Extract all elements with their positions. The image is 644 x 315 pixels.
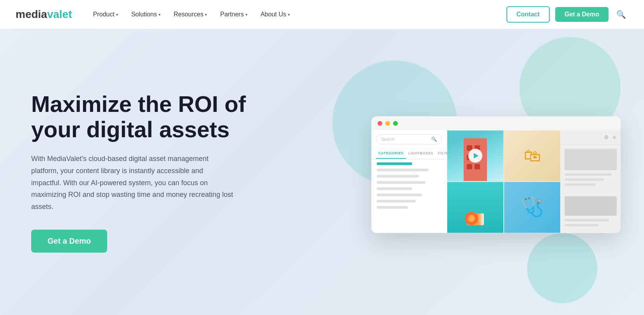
menu-icon[interactable]: ≡ bbox=[613, 134, 616, 140]
nav-item-about-us[interactable]: About Us ▾ bbox=[255, 8, 295, 21]
play-button[interactable] bbox=[468, 149, 482, 163]
contact-button[interactable]: Contact bbox=[506, 6, 550, 23]
beach-chair bbox=[467, 213, 484, 225]
logo-media: media bbox=[16, 8, 47, 21]
image-tile-shopping: 🛍 bbox=[504, 130, 560, 181]
sidebar-bar-4 bbox=[377, 187, 412, 190]
browser-dot-red bbox=[378, 121, 382, 126]
browser-tab-lightboxes[interactable]: LIGHTBOXES bbox=[406, 149, 436, 159]
gear-icon[interactable]: ⚙ bbox=[604, 134, 609, 140]
browser-mockup: Search 🔍 CATEGORIES LIGHTBOXES FILTERS bbox=[371, 116, 621, 233]
image-tile-architecture bbox=[447, 130, 503, 181]
sidebar-bar-active bbox=[377, 162, 412, 165]
floatie bbox=[465, 212, 478, 225]
nav-item-partners[interactable]: Partners ▾ bbox=[215, 8, 252, 21]
browser-right-panel: ⚙ ≡ bbox=[560, 130, 621, 233]
nav-item-resources[interactable]: Resources ▾ bbox=[168, 8, 212, 21]
get-demo-hero-button[interactable]: Get a Demo bbox=[31, 230, 107, 253]
search-icon: 🔍 bbox=[616, 10, 626, 19]
search-icon-button[interactable]: 🔍 bbox=[614, 7, 628, 21]
building-window-5 bbox=[467, 164, 472, 169]
chevron-down-icon: ▾ bbox=[205, 12, 207, 17]
hero-content: Maximize the ROI of your digital assets … bbox=[31, 92, 265, 253]
logo-valet: valet bbox=[47, 8, 72, 21]
nav-item-solutions[interactable]: Solutions ▾ bbox=[126, 8, 166, 21]
nav-actions: Contact Get a Demo 🔍 bbox=[506, 6, 628, 23]
decorative-blob-teal-small bbox=[527, 233, 597, 303]
chevron-down-icon: ▾ bbox=[116, 12, 118, 17]
right-panel-bar-4 bbox=[565, 219, 609, 221]
architecture-image bbox=[447, 130, 503, 181]
right-panel-image-placeholder bbox=[565, 149, 617, 170]
chevron-down-icon: ▾ bbox=[245, 12, 247, 17]
right-panel-bar-3 bbox=[565, 183, 596, 186]
play-icon bbox=[474, 153, 478, 158]
browser-search-placeholder: Search bbox=[381, 137, 429, 142]
right-panel-bar-5 bbox=[565, 224, 598, 226]
hero-title: Maximize the ROI of your digital assets bbox=[31, 92, 265, 142]
right-panel-image-placeholder-2 bbox=[565, 196, 617, 216]
right-panel-bar-1 bbox=[565, 173, 612, 175]
browser-title-bar bbox=[371, 116, 621, 130]
shopping-bag-icon: 🛍 bbox=[524, 146, 541, 165]
sidebar-bar-3 bbox=[377, 181, 425, 184]
beach-image bbox=[447, 182, 503, 233]
browser-dot-green bbox=[393, 121, 398, 126]
browser-tab-categories[interactable]: CATEGORIES bbox=[376, 149, 406, 159]
logo[interactable]: mediavalet bbox=[16, 8, 72, 21]
browser-main-grid: 🛍 bbox=[447, 130, 560, 233]
browser-search-row: Search 🔍 bbox=[371, 130, 447, 149]
building-window-6 bbox=[475, 164, 480, 169]
chevron-down-icon: ▾ bbox=[159, 12, 161, 17]
browser-search-bar[interactable]: Search 🔍 bbox=[376, 134, 442, 144]
stethoscope-icon: 🩺 bbox=[520, 196, 544, 218]
image-grid: 🛍 bbox=[447, 130, 560, 233]
browser-tabs: CATEGORIES LIGHTBOXES FILTERS bbox=[371, 149, 447, 159]
sidebar-list bbox=[371, 159, 447, 215]
browser-sidebar: Search 🔍 CATEGORIES LIGHTBOXES FILTERS bbox=[371, 130, 447, 233]
navbar: mediavalet Product ▾ Solutions ▾ Resourc… bbox=[0, 0, 644, 29]
browser-dot-yellow bbox=[385, 121, 390, 126]
browser-search-icon: 🔍 bbox=[431, 136, 437, 142]
chevron-down-icon: ▾ bbox=[288, 12, 290, 17]
right-panel-body bbox=[561, 145, 621, 233]
sidebar-bar-2 bbox=[377, 175, 419, 177]
get-demo-nav-button[interactable]: Get a Demo bbox=[555, 7, 609, 22]
hero-section: Maximize the ROI of your digital assets … bbox=[0, 29, 644, 315]
nav-links: Product ▾ Solutions ▾ Resources ▾ Partne… bbox=[88, 8, 506, 21]
hero-description: With MediaValet's cloud-based digital as… bbox=[31, 153, 234, 212]
right-panel-bar-2 bbox=[565, 178, 604, 181]
right-panel-header: ⚙ ≡ bbox=[561, 130, 621, 145]
sidebar-bar-6 bbox=[377, 200, 416, 202]
image-tile-beach bbox=[447, 182, 503, 233]
sidebar-bar-7 bbox=[377, 206, 408, 209]
browser-body: Search 🔍 CATEGORIES LIGHTBOXES FILTERS bbox=[371, 130, 621, 233]
nav-item-product[interactable]: Product ▾ bbox=[88, 8, 124, 21]
image-tile-medical: 🩺 bbox=[504, 182, 560, 233]
sidebar-bar-5 bbox=[377, 193, 422, 196]
medical-image: 🩺 bbox=[504, 182, 560, 233]
sidebar-bar-1 bbox=[377, 168, 429, 171]
shopping-image: 🛍 bbox=[504, 130, 560, 181]
